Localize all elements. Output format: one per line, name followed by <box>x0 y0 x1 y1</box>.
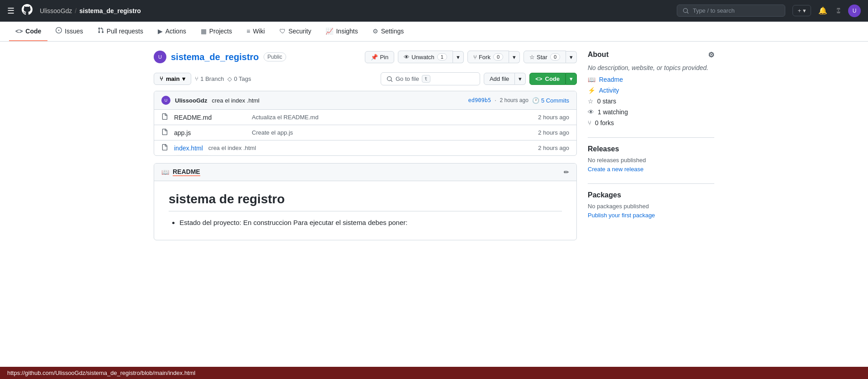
commit-author[interactable]: UlissooGdz <box>175 97 208 104</box>
issues-icon <box>56 27 62 35</box>
file-name-indexhtml[interactable]: index.html <box>174 145 203 152</box>
repo-name[interactable]: sistema_de_registro <box>171 52 259 62</box>
branch-icon: ⑂ <box>160 75 163 82</box>
search-box[interactable]: Type / to search <box>677 5 785 17</box>
wiki-icon: ≡ <box>246 28 250 35</box>
file-time-appjs: 2 hours ago <box>538 129 569 136</box>
releases-title: Releases <box>588 145 714 153</box>
repo-navigation: <> Code Issues Pull requests ▶ Actions ▦… <box>0 22 868 42</box>
about-gear-icon[interactable]: ⚙ <box>708 51 714 59</box>
readme-header: 📖 README ✏ <box>154 164 576 181</box>
projects-icon: ▦ <box>201 28 207 35</box>
breadcrumb: UlissooGdz / sistema_de_registro <box>40 7 141 14</box>
tab-projects-label: Projects <box>209 28 232 35</box>
plus-button[interactable]: + ▾ <box>793 5 811 16</box>
hamburger-menu[interactable]: ☰ <box>7 6 14 16</box>
table-row: README.md Actualiza el README.md 2 hours… <box>154 110 576 125</box>
packages-title: Packages <box>588 191 714 199</box>
repo-link[interactable]: sistema_de_registro <box>79 7 141 14</box>
unwatch-button[interactable]: 👁 Unwatch 1 <box>398 51 453 63</box>
forks-stat: ⑂ 0 forks <box>588 119 714 126</box>
readme-label: README <box>173 168 200 176</box>
file-table: U UlissooGdz crea el index .html ed909b5… <box>154 91 577 156</box>
create-release-link[interactable]: Create a new release <box>588 166 644 173</box>
tab-pull-requests[interactable]: Pull requests <box>91 22 150 41</box>
tab-issues[interactable]: Issues <box>49 22 89 41</box>
notifications-icon[interactable]: 🔔 <box>816 5 829 17</box>
pin-button[interactable]: 📌 Pin <box>365 51 394 63</box>
stars-count: 0 stars <box>597 98 616 105</box>
add-file-button[interactable]: Add file <box>484 73 515 85</box>
go-to-file-input[interactable]: Go to file t <box>381 72 480 85</box>
commits-count: 5 Commits <box>541 97 569 104</box>
fork-dropdown[interactable]: ▾ <box>509 51 520 63</box>
tab-code[interactable]: <> Code <box>9 22 47 41</box>
no-packages-text: No packages published <box>588 203 714 210</box>
commit-message: crea el index .html <box>212 97 260 104</box>
readme-list-item: Estado del proyecto: En construccion Par… <box>179 219 562 226</box>
tab-projects[interactable]: ▦ Projects <box>194 22 239 41</box>
code-dropdown[interactable]: ▾ <box>566 73 577 85</box>
tab-code-label: Code <box>25 28 41 35</box>
star-icon: ☆ <box>529 54 535 61</box>
add-file-group: Add file ▾ <box>484 73 526 85</box>
commit-hash[interactable]: ed909b5 <box>468 97 491 103</box>
watching-count: 1 watching <box>598 108 628 116</box>
go-to-file-placeholder: Go to file <box>396 75 419 82</box>
unwatch-dropdown[interactable]: ▾ <box>453 51 464 63</box>
sidebar-divider <box>588 137 714 138</box>
publish-package-link[interactable]: Publish your first package <box>588 212 655 219</box>
search-key: t <box>422 75 430 83</box>
table-row: index.html index.html crea el index .htm… <box>154 140 576 155</box>
public-badge: Public <box>264 52 287 61</box>
tab-insights[interactable]: 📈 Insights <box>319 22 364 41</box>
edit-readme-icon[interactable]: ✏ <box>564 168 569 176</box>
file-name-tooltip-container: index.html index.html <box>174 145 203 152</box>
owner-link[interactable]: UlissooGdz <box>40 7 72 14</box>
tab-issues-label: Issues <box>65 28 83 35</box>
readme-body: sistema de registro Estado del proyecto:… <box>154 181 576 240</box>
fork-button[interactable]: ⑂ Fork 0 <box>467 51 509 63</box>
activity-link-label: Activity <box>599 87 619 94</box>
file-name-appjs[interactable]: app.js <box>174 129 246 136</box>
sidebar-description: No description, website, or topics provi… <box>588 64 714 71</box>
star-button[interactable]: ☆ Star 0 <box>524 51 566 63</box>
sidebar-releases-section: Releases No releases published Create a … <box>588 145 714 173</box>
commit-avatar: U <box>161 96 170 105</box>
activity-link[interactable]: ⚡ Activity <box>588 87 714 94</box>
file-time-readme: 2 hours ago <box>538 114 569 121</box>
actions-icon: ▶ <box>158 28 163 35</box>
tab-wiki-label: Wiki <box>253 28 264 35</box>
star-count: 0 <box>550 53 560 61</box>
repo-actions: 📌 Pin 👁 Unwatch 1 ▾ ⑂ <box>365 51 577 63</box>
tab-actions[interactable]: ▶ Actions <box>151 22 193 41</box>
branch-count-link[interactable]: ⑂ 1 Branch <box>195 75 224 82</box>
tag-count-link[interactable]: ◇ 0 Tags <box>227 75 251 82</box>
branch-selector[interactable]: ⑂ main ▾ <box>154 73 191 85</box>
main-column: U sistema_de_registro Public 📌 Pin 👁 Unw… <box>154 51 577 240</box>
code-brackets-icon: <> <box>535 75 542 82</box>
eye-stat-icon: 👁 <box>588 108 594 116</box>
git-compare-icon[interactable]: ⑄ <box>835 5 843 17</box>
tag-icon: ◇ <box>227 75 232 82</box>
clock-icon: 🕐 <box>532 97 539 104</box>
tab-settings[interactable]: ⚙ Settings <box>366 22 410 41</box>
no-releases-text: No releases published <box>588 157 714 164</box>
code-button[interactable]: <> Code <box>529 73 566 85</box>
avatar[interactable]: U <box>848 5 861 17</box>
tab-insights-label: Insights <box>336 28 358 35</box>
sidebar-about-title: About ⚙ <box>588 51 714 59</box>
branch-bar-right: Go to file t Add file ▾ <> Code ▾ <box>381 72 577 85</box>
readme-link[interactable]: 📖 Readme <box>588 76 714 83</box>
forks-count: 0 forks <box>595 119 614 126</box>
star-dropdown[interactable]: ▾ <box>566 51 577 63</box>
file-name-readme[interactable]: README.md <box>174 114 246 121</box>
file-icon <box>161 113 169 121</box>
github-logo <box>22 4 33 18</box>
add-file-dropdown[interactable]: ▾ <box>515 73 526 85</box>
readme-link-label: Readme <box>599 76 623 83</box>
tab-security[interactable]: 🛡 Security <box>273 22 318 41</box>
commits-link[interactable]: 🕐 5 Commits <box>532 97 569 104</box>
fork-count: 0 <box>493 53 503 61</box>
tab-wiki[interactable]: ≡ Wiki <box>240 22 271 41</box>
